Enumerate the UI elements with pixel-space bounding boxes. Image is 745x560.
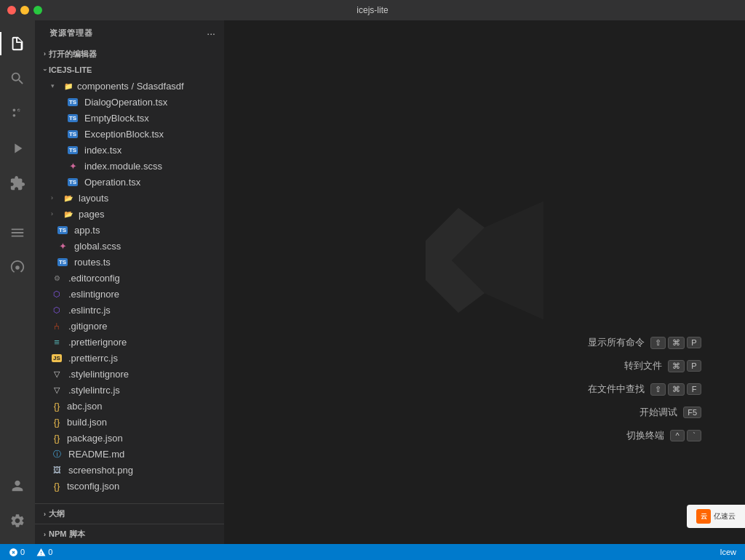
file-empty-block[interactable]: TS EmptyBlock.tsx	[35, 110, 224, 126]
json-icon-4: {}	[51, 480, 63, 492]
ts-icon-3: TS	[67, 128, 79, 140]
ts-icon-app: TS	[57, 224, 68, 236]
shortcut-find-keys: ⇧ ⌘ F	[650, 383, 701, 396]
search-activity-icon[interactable]	[0, 61, 35, 96]
stylelint-icon-2: ▽	[51, 384, 63, 396]
file-eslintignore-label: .eslintignore	[68, 289, 119, 300]
key-shift-2: ⇧	[650, 383, 666, 396]
file-stylelintignore[interactable]: ▽ .stylelintignore	[35, 366, 224, 382]
file-eslintignore[interactable]: ⬡ .eslintignore	[35, 286, 224, 302]
shortcut-all-commands: 显示所有命令 ⇧ ⌘ P	[588, 336, 701, 349]
file-editorconfig[interactable]: ⚙ .editorconfig	[35, 270, 224, 286]
file-prettierrc-label: .prettierrc.js	[68, 353, 118, 364]
plugin-activity-icon[interactable]	[0, 250, 35, 285]
extensions-activity-icon[interactable]	[0, 166, 35, 201]
file-operation-label: Operation.tsx	[84, 177, 140, 188]
close-button[interactable]	[7, 6, 16, 15]
file-readme[interactable]: ⓘ README.md	[35, 446, 224, 462]
key-cmd-3: ⌘	[668, 383, 685, 396]
key-f: F	[687, 383, 701, 395]
file-dialog-operation[interactable]: TS DialogOperation.tsx	[35, 94, 224, 110]
file-tsconfig[interactable]: {} tsconfig.json	[35, 478, 224, 494]
list-activity-icon[interactable]	[0, 215, 35, 250]
open-editors-section[interactable]: › 打开的编辑器	[35, 46, 224, 62]
prettier-icon: ≡	[51, 336, 63, 348]
file-index-tsx-label: index.tsx	[84, 145, 121, 156]
project-root-label: ICEJS-LITE	[49, 65, 92, 74]
folder-layouts[interactable]: › 📂 layouts	[35, 190, 224, 206]
npm-panel[interactable]: › NPM 脚本	[35, 524, 224, 544]
status-errors[interactable]: 0	[6, 548, 28, 557]
open-editors-chevron: ›	[44, 50, 46, 57]
outline-panel[interactable]: › 大纲	[35, 503, 224, 524]
file-stylelintrc[interactable]: ▽ .stylelintrc.js	[35, 382, 224, 398]
cloud-badge: 云 亿速云	[687, 505, 745, 528]
activity-bar	[0, 20, 35, 544]
key-f5: F5	[683, 407, 701, 418]
cloud-badge-text: 亿速云	[714, 511, 736, 521]
file-screenshot[interactable]: 🖼 screenshot.png	[35, 462, 224, 478]
svg-point-0	[15, 265, 20, 270]
file-app-ts[interactable]: TS app.ts	[35, 222, 224, 238]
file-prettierignore[interactable]: ≡ .prettierignore	[35, 334, 224, 350]
png-icon: 🖼	[51, 464, 63, 476]
file-build-json[interactable]: {} build.json	[35, 414, 224, 430]
npm-chevron: ›	[44, 531, 46, 538]
account-activity-icon[interactable]	[0, 468, 35, 503]
sidebar-more-button[interactable]: ···	[207, 28, 215, 39]
key-cmd-2: ⌘	[668, 360, 685, 372]
file-stylelintrc-label: .stylelintrc.js	[68, 385, 120, 396]
json-icon: {}	[51, 400, 63, 412]
json-icon-3: {}	[51, 432, 63, 444]
project-root-chevron: ›	[41, 69, 49, 71]
settings-activity-icon[interactable]	[0, 503, 35, 538]
file-index-scss[interactable]: ✦ index.module.scss	[35, 158, 224, 174]
shortcut-terminal-label: 切换终端	[626, 429, 664, 442]
file-exception-block[interactable]: TS ExceptionBlock.tsx	[35, 126, 224, 142]
status-bar-left: 0 0	[6, 548, 55, 557]
cloud-logo: 云	[696, 509, 711, 524]
file-routes-ts[interactable]: TS routes.ts	[35, 254, 224, 270]
warning-count: 0	[48, 548, 52, 556]
file-operation[interactable]: TS Operation.tsx	[35, 174, 224, 190]
file-eslintrc[interactable]: ⬡ .eslintrc.js	[35, 302, 224, 318]
status-warnings[interactable]: 0	[33, 548, 55, 557]
folder-pages-label: pages	[79, 209, 104, 220]
main-layout: 资源管理器 ··· › 打开的编辑器 › ICEJS-LITE ▾ 📁 comp…	[0, 20, 745, 544]
key-p: P	[687, 337, 701, 348]
file-screenshot-label: screenshot.png	[68, 465, 133, 476]
folder-components-label: components / Sdasdfasdf	[77, 81, 184, 92]
key-p-2: P	[687, 360, 701, 372]
layouts-chevron: ›	[51, 194, 61, 201]
gear-icon: ⚙	[51, 272, 63, 284]
run-activity-icon[interactable]	[0, 131, 35, 166]
files-activity-icon[interactable]	[0, 26, 35, 61]
shortcut-debug: 开始调试 F5	[588, 406, 701, 419]
outline-label: 大纲	[49, 508, 65, 519]
file-gitignore[interactable]: ⑃ .gitignore	[35, 318, 224, 334]
source-control-activity-icon[interactable]	[0, 96, 35, 131]
key-ctrl: ^	[670, 430, 685, 441]
file-global-scss-label: global.scss	[74, 241, 121, 252]
maximize-button[interactable]	[33, 6, 42, 15]
json-icon-2: {}	[51, 416, 63, 428]
eslint-icon: ⬡	[51, 288, 63, 300]
file-global-scss[interactable]: ✦ global.scss	[35, 238, 224, 254]
file-editorconfig-label: .editorconfig	[68, 273, 120, 284]
traffic-lights	[7, 6, 42, 15]
window-title: icejs-lite	[356, 5, 388, 15]
file-package-json[interactable]: {} package.json	[35, 430, 224, 446]
ts-icon: TS	[67, 96, 79, 108]
minimize-button[interactable]	[20, 6, 29, 15]
sidebar-header: 资源管理器 ···	[35, 20, 224, 46]
folder-pages[interactable]: › 📂 pages	[35, 206, 224, 222]
folder-components[interactable]: ▾ 📁 components / Sdasdfasdf	[35, 78, 224, 94]
file-abc-json[interactable]: {} abc.json	[35, 398, 224, 414]
status-icew[interactable]: Icew	[717, 548, 739, 556]
shortcut-toggle-terminal: 切换终端 ^ `	[588, 429, 701, 442]
file-prettierrc[interactable]: JS .prettierrc.js	[35, 350, 224, 366]
file-exception-block-label: ExceptionBlock.tsx	[84, 129, 164, 140]
file-index-tsx[interactable]: TS index.tsx	[35, 142, 224, 158]
project-root-section[interactable]: › ICEJS-LITE	[35, 62, 224, 78]
key-cmd: ⌘	[668, 337, 685, 349]
